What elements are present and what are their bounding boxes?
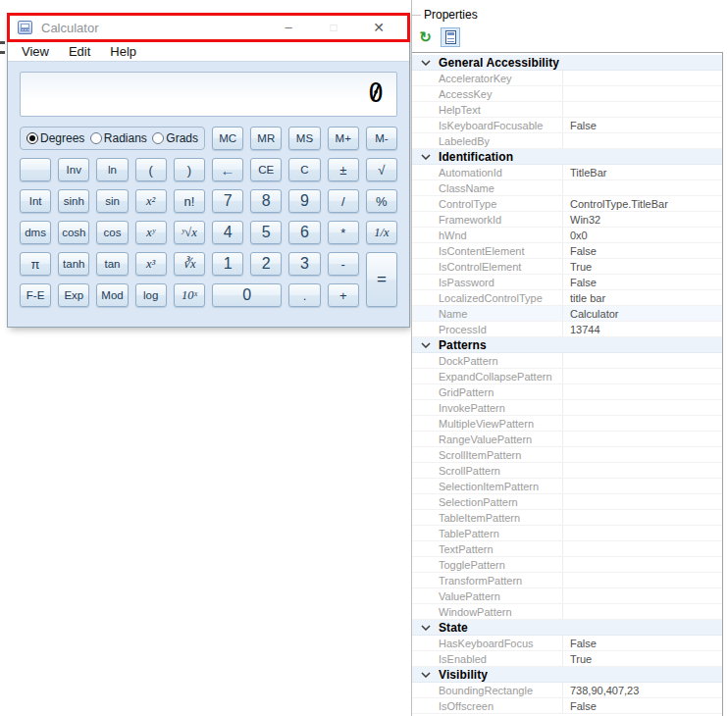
calc-key-close-paren[interactable]: )	[174, 158, 205, 181]
calc-key-x-pow-y[interactable]: xʸ	[135, 221, 167, 244]
calc-key-0[interactable]: 0	[212, 283, 282, 307]
calc-key-percent[interactable]: %	[366, 189, 397, 213]
calc-key-log[interactable]: log	[135, 283, 167, 307]
calc-key-tanh[interactable]: tanh	[58, 252, 89, 276]
calc-key-y-root[interactable]: ʸ√x	[174, 221, 205, 244]
angle-radio-degrees[interactable]: Degrees	[26, 131, 84, 145]
property-row[interactable]: ValuePattern	[412, 588, 722, 604]
calculator-titlebar[interactable]: Calculator – □ ✕	[8, 14, 409, 41]
property-row[interactable]: SelectionItemPattern	[412, 479, 722, 494]
calc-key-cube-root[interactable]: ∛x	[174, 252, 205, 276]
chevron-down-icon[interactable]	[412, 154, 439, 160]
calc-key-clear-entry[interactable]: CE	[250, 158, 282, 181]
calc-key-pi[interactable]: π	[20, 252, 51, 276]
calc-key-clear[interactable]: C	[288, 158, 320, 181]
calc-key-4[interactable]: 4	[212, 221, 243, 244]
calc-key-subtract[interactable]: -	[328, 252, 359, 276]
calc-key-dms[interactable]: dms	[20, 221, 51, 244]
property-row[interactable]: LabeledBy	[412, 133, 722, 149]
calc-key-10-pow-x[interactable]: 10ˣ	[174, 283, 205, 307]
calc-key-memory-add[interactable]: M+	[328, 127, 359, 150]
property-row[interactable]: TransformPattern	[412, 573, 722, 588]
property-row[interactable]: HasKeyboardFocus False	[412, 636, 722, 651]
property-row[interactable]: TextPattern	[412, 541, 722, 557]
property-row[interactable]: RangeValuePattern	[412, 432, 722, 447]
calc-key-tan[interactable]: tan	[96, 252, 128, 276]
property-row[interactable]: InvokePattern	[412, 400, 722, 416]
calc-key-int[interactable]: Int	[20, 189, 51, 213]
calc-key-memory-recall[interactable]: MR	[250, 127, 282, 150]
property-row[interactable]: WindowPattern	[412, 604, 722, 620]
calc-key-backspace[interactable]: ←	[212, 158, 243, 181]
calc-key-sin[interactable]: sin	[96, 189, 128, 213]
property-row[interactable]: Identification	[412, 149, 722, 165]
maximize-button[interactable]: □	[311, 14, 356, 41]
property-row[interactable]: ProcessId 13744	[412, 322, 722, 337]
property-row[interactable]: BoundingRectangle 738,90,407,23	[412, 683, 722, 698]
property-row[interactable]: FrameworkId Win32	[412, 212, 722, 228]
property-row[interactable]: ExpandCollapsePattern	[412, 369, 722, 384]
calc-key-6[interactable]: 6	[288, 221, 320, 244]
menu-item-view[interactable]: View	[12, 44, 59, 59]
calc-key-cosh[interactable]: cosh	[58, 221, 89, 244]
calc-key-multiply[interactable]: *	[328, 221, 359, 244]
calc-key-factorial[interactable]: n!	[174, 189, 205, 213]
property-row[interactable]: General Accessibility	[412, 55, 722, 71]
property-row[interactable]: IsKeyboardFocusable False	[412, 118, 722, 133]
minimize-button[interactable]: –	[266, 14, 311, 41]
property-row[interactable]: ScrollPattern	[412, 463, 722, 479]
calc-key-inverse[interactable]: Inv	[58, 158, 89, 181]
property-row[interactable]: IsEnabled True	[412, 651, 722, 667]
property-row[interactable]: IsPassword False	[412, 275, 722, 290]
refresh-icon[interactable]: ↻	[417, 29, 434, 46]
property-row[interactable]: Visibility	[412, 667, 722, 683]
calc-key-blank[interactable]	[20, 158, 51, 181]
chevron-down-icon[interactable]	[412, 342, 439, 348]
calc-key-x-squared[interactable]: x²	[135, 189, 167, 213]
property-row[interactable]: hWnd 0x0	[412, 228, 722, 243]
property-row[interactable]: IsControlElement True	[412, 259, 722, 275]
property-row[interactable]: GridPattern	[412, 384, 722, 400]
calc-key-exp[interactable]: Exp	[58, 283, 89, 307]
property-row[interactable]: DockPattern	[412, 353, 722, 369]
property-row[interactable]: AcceleratorKey	[412, 71, 722, 86]
calc-key-reciprocal[interactable]: 1/x	[366, 221, 397, 244]
menu-item-edit[interactable]: Edit	[59, 44, 100, 59]
angle-radio-radians[interactable]: Radians	[90, 131, 147, 145]
calc-key-memory-clear[interactable]: MC	[212, 127, 243, 150]
property-row[interactable]: ControlType ControlType.TitleBar	[412, 196, 722, 212]
calc-key-memory-subtract[interactable]: M-	[366, 127, 397, 150]
property-row[interactable]: AutomationId TitleBar	[412, 165, 722, 180]
calc-key-sinh[interactable]: sinh	[58, 189, 89, 213]
calc-key-x-cubed[interactable]: x³	[135, 252, 167, 276]
close-button[interactable]: ✕	[356, 14, 401, 41]
angle-radio-grads[interactable]: Grads	[152, 131, 198, 145]
calc-key-add[interactable]: +	[328, 283, 359, 307]
calc-key-3[interactable]: 3	[288, 252, 320, 276]
calc-key-divide[interactable]: /	[328, 189, 359, 213]
property-report-icon[interactable]	[441, 27, 460, 47]
menu-item-help[interactable]: Help	[100, 44, 146, 59]
property-row[interactable]: TableItemPattern	[412, 510, 722, 526]
calc-key-equals[interactable]: =	[366, 252, 397, 307]
calc-key-cos[interactable]: cos	[96, 221, 128, 244]
property-row[interactable]: IsOffscreen False	[412, 698, 722, 714]
property-row[interactable]: TogglePattern	[412, 557, 722, 573]
property-row[interactable]: TablePattern	[412, 526, 722, 541]
property-row[interactable]: MultipleViewPattern	[412, 416, 722, 432]
calc-key-negate[interactable]: ±	[328, 158, 359, 181]
calc-key-open-paren[interactable]: (	[135, 158, 167, 181]
calc-key-7[interactable]: 7	[212, 189, 243, 213]
calc-key-mod[interactable]: Mod	[96, 283, 128, 307]
property-row[interactable]: SelectionPattern	[412, 494, 722, 510]
property-row[interactable]: Patterns	[412, 337, 722, 353]
calc-key-decimal[interactable]: .	[288, 283, 320, 307]
calc-key-8[interactable]: 8	[250, 189, 282, 213]
property-row[interactable]: Name Calculator	[412, 306, 722, 322]
calc-key-fe[interactable]: F-E	[20, 283, 51, 307]
property-row[interactable]: IsContentElement False	[412, 243, 722, 259]
property-row[interactable]: AccessKey	[412, 86, 722, 102]
property-row[interactable]: ScrollItemPattern	[412, 447, 722, 463]
chevron-down-icon[interactable]	[412, 625, 439, 631]
calc-key-2[interactable]: 2	[250, 252, 282, 276]
